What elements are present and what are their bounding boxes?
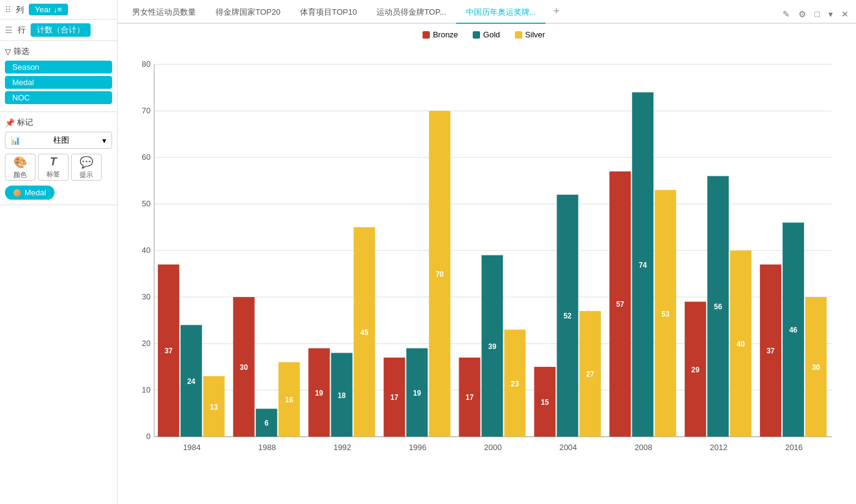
color-button[interactable]: 🎨 颜色 (5, 154, 36, 181)
svg-text:30: 30 (141, 292, 150, 301)
tooltip-button[interactable]: 💬 提示 (71, 154, 102, 181)
rows-row: ☰ 行 计数（合计） (0, 20, 117, 41)
color-icon: 🎨 (13, 156, 27, 169)
edit-action-button[interactable]: ✎ (780, 8, 792, 20)
bar-chart: 0102030405060708037241319843061619881918… (124, 44, 844, 487)
svg-text:46: 46 (789, 326, 798, 334)
svg-text:1996: 1996 (409, 443, 427, 452)
svg-text:80: 80 (141, 59, 150, 69)
svg-text:37: 37 (165, 347, 173, 355)
svg-text:23: 23 (511, 380, 519, 388)
legend-silver: Silver (515, 30, 546, 39)
sidebar: ⠿ 列 Year ↓≡ ☰ 行 计数（合计） ▽ 筛选 Season (0, 0, 118, 504)
marks-section: 📌 标记 📊 柱图 ▾ 🎨 颜色 T 标签 💬 提示 (0, 112, 117, 205)
svg-text:6: 6 (265, 419, 269, 427)
svg-text:1984: 1984 (183, 443, 201, 452)
chevron-down-icon: ▾ (102, 136, 107, 145)
svg-text:13: 13 (210, 403, 219, 412)
svg-text:1992: 1992 (334, 443, 351, 452)
chart-type-selector[interactable]: 📊 柱图 ▾ (5, 132, 112, 149)
svg-text:18: 18 (337, 391, 346, 400)
label-button[interactable]: T 标签 (38, 154, 69, 181)
medal-dot-icon (13, 189, 21, 197)
tab-athlete-top[interactable]: 运动员得金牌TOP... (367, 2, 456, 24)
svg-text:2016: 2016 (785, 443, 803, 452)
tooltip-icon: 💬 (80, 156, 93, 169)
marks-title: 📌 标记 (5, 117, 112, 128)
tab-top20[interactable]: 得金牌国家TOP20 (206, 2, 290, 24)
tab-china-medals[interactable]: 中国历年奥运奖牌... (456, 2, 546, 24)
svg-text:20: 20 (141, 339, 150, 348)
filter-section: ▽ 筛选 Season Medal NOC (0, 41, 117, 112)
gold-color-swatch (473, 31, 480, 39)
tab-top10-sports[interactable]: 体育项目TOP10 (290, 2, 367, 24)
filter-medal[interactable]: Medal (5, 76, 112, 89)
marks-icon-row: 🎨 颜色 T 标签 💬 提示 (5, 154, 112, 181)
svg-text:53: 53 (661, 310, 670, 318)
svg-text:16: 16 (285, 396, 294, 404)
svg-text:57: 57 (616, 300, 625, 309)
marks-pin-icon: 📌 (5, 118, 15, 127)
svg-text:2012: 2012 (710, 443, 727, 452)
bronze-color-swatch (422, 31, 430, 39)
filter-title: ▽ 筛选 (5, 46, 112, 57)
add-tab-button[interactable]: + (546, 0, 567, 23)
legend-bronze: Bronze (422, 30, 458, 39)
svg-text:60: 60 (141, 152, 150, 162)
expand-action-button[interactable]: □ (813, 8, 822, 20)
chart-legend: Bronze Gold Silver (124, 30, 844, 39)
count-badge[interactable]: 计数（合计） (31, 23, 91, 37)
medal-pill[interactable]: Medal (5, 186, 54, 200)
svg-text:2000: 2000 (484, 443, 502, 452)
svg-text:15: 15 (541, 398, 549, 407)
svg-text:1988: 1988 (258, 443, 276, 452)
svg-text:24: 24 (187, 377, 196, 386)
close-action-button[interactable]: ✕ (839, 8, 851, 20)
svg-text:0: 0 (146, 432, 151, 441)
settings-action-button[interactable]: ⚙ (796, 8, 809, 20)
columns-row: ⠿ 列 Year ↓≡ (0, 0, 117, 20)
tabs-actions: ✎ ⚙ □ ▾ ✕ (780, 8, 851, 23)
chart-area: Bronze Gold Silver 010203040506070803724… (118, 24, 856, 504)
svg-text:50: 50 (141, 199, 150, 208)
svg-text:27: 27 (586, 370, 595, 378)
svg-text:70: 70 (141, 106, 150, 115)
tabs-bar: 男女性运动员数量 得金牌国家TOP20 体育项目TOP10 运动员得金牌TOP.… (118, 0, 856, 24)
svg-text:2008: 2008 (634, 443, 652, 452)
columns-label: 列 (16, 4, 24, 15)
legend-gold: Gold (473, 30, 500, 39)
drag-icon-row: ☰ (5, 25, 13, 35)
silver-color-swatch (515, 31, 522, 39)
svg-text:30: 30 (812, 363, 820, 372)
svg-text:74: 74 (639, 261, 647, 269)
svg-text:40: 40 (737, 340, 745, 348)
svg-text:19: 19 (315, 389, 323, 397)
svg-text:2004: 2004 (559, 443, 577, 452)
svg-text:56: 56 (714, 303, 723, 311)
svg-text:39: 39 (488, 342, 497, 351)
filter-noc[interactable]: NOC (5, 91, 112, 104)
tab-male-female[interactable]: 男女性运动员数量 (122, 2, 206, 24)
svg-text:17: 17 (390, 393, 399, 402)
svg-text:10: 10 (141, 385, 150, 394)
svg-text:45: 45 (360, 328, 369, 337)
drag-icon: ⠿ (5, 5, 11, 15)
svg-text:70: 70 (435, 270, 444, 279)
dropdown-action-button[interactable]: ▾ (826, 8, 835, 20)
svg-text:37: 37 (767, 347, 775, 355)
chart-type-icon: 📊 (10, 136, 20, 145)
svg-text:29: 29 (691, 366, 700, 374)
filter-icon: ▽ (5, 47, 11, 56)
year-sort-badge[interactable]: Year ↓≡ (29, 4, 68, 15)
svg-text:19: 19 (413, 389, 421, 397)
svg-text:52: 52 (563, 312, 572, 320)
main-content: 男女性运动员数量 得金牌国家TOP20 体育项目TOP10 运动员得金牌TOP.… (118, 0, 856, 504)
rows-label: 行 (18, 24, 26, 36)
label-icon: T (50, 156, 57, 168)
filter-season[interactable]: Season (5, 61, 112, 73)
svg-text:30: 30 (240, 363, 249, 372)
svg-text:40: 40 (141, 246, 150, 255)
svg-text:17: 17 (465, 393, 474, 402)
